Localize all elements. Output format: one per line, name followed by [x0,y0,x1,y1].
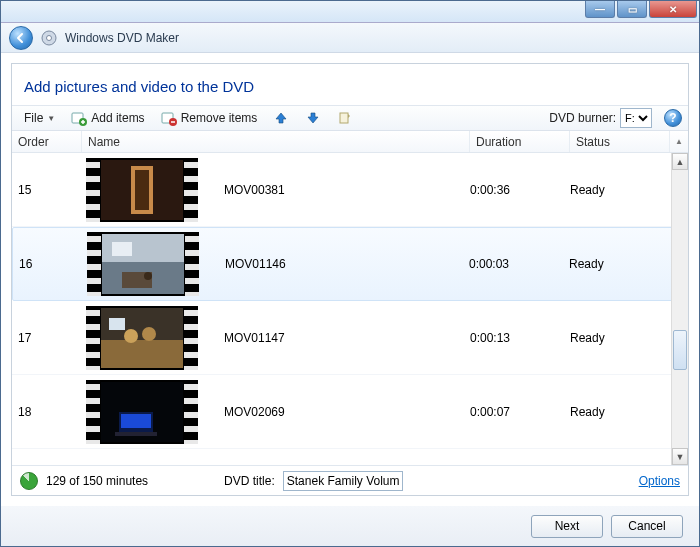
add-items-button[interactable]: Add items [65,107,150,129]
film-thumbnail [86,380,198,444]
svg-point-1 [47,35,52,40]
help-button[interactable]: ? [664,109,682,127]
dvd-burner-label: DVD burner: [549,111,616,125]
dvd-burner-select[interactable]: F: [620,108,652,128]
scroll-down-button[interactable]: ▼ [672,448,688,465]
cell-name: MOV00381 [222,183,470,197]
list-body: 15MOV003810:00:36Ready16MOV011460:00:03R… [12,153,688,465]
svg-rect-16 [101,340,183,368]
film-thumbnail [86,306,198,370]
svg-rect-19 [109,318,125,330]
scroll-thumb[interactable] [673,330,687,370]
cell-thumbnail [83,232,223,296]
app-icon [41,30,57,46]
svg-rect-12 [112,242,132,256]
content-panel: Add pictures and video to the DVD File ▼… [11,63,689,496]
list-row[interactable]: 17MOV011470:00:13Ready [12,301,688,375]
cell-order: 16 [13,257,83,271]
list-header: Order Name Duration Status ▲ [12,131,688,153]
options-link[interactable]: Options [639,474,680,488]
file-menu-label: File [24,111,43,125]
remove-items-button[interactable]: Remove items [155,107,264,129]
remove-items-label: Remove items [181,111,258,125]
maximize-button[interactable]: ▭ [617,1,647,18]
remove-items-icon [161,110,177,126]
cell-order: 17 [12,331,82,345]
cell-status: Ready [570,331,670,345]
cell-status: Ready [570,405,670,419]
cell-thumbnail [82,380,222,444]
back-arrow-icon [15,32,27,44]
titlebar: — ▭ ✕ [1,1,699,23]
column-header-name[interactable]: Name [82,131,470,152]
arrow-up-icon [273,110,289,126]
svg-rect-9 [135,170,149,210]
scroll-track[interactable] [672,170,688,448]
cell-status: Ready [570,183,670,197]
page-heading: Add pictures and video to the DVD [12,64,688,105]
cell-thumbnail [82,306,222,370]
svg-rect-23 [115,432,157,436]
cell-name: MOV02069 [222,405,470,419]
cell-status: Ready [569,257,669,271]
list-row[interactable]: 15MOV003810:00:36Ready [12,153,688,227]
minimize-button[interactable]: — [585,1,615,18]
cell-thumbnail [82,158,222,222]
help-icon: ? [669,111,676,125]
close-button[interactable]: ✕ [649,1,697,18]
properties-icon [337,110,353,126]
chevron-down-icon: ▼ [47,114,55,123]
list-row[interactable]: 16MOV011460:00:03Ready [12,227,688,301]
column-header-duration[interactable]: Duration [470,131,570,152]
button-row: Next Cancel [1,506,699,546]
next-button[interactable]: Next [531,515,603,538]
file-menu[interactable]: File ▼ [18,108,61,128]
dvd-title-label: DVD title: [224,474,275,488]
cell-duration: 0:00:07 [470,405,570,419]
add-items-icon [71,110,87,126]
dvd-title-input[interactable] [283,471,403,491]
list-row[interactable]: 18MOV020690:00:07Ready [12,375,688,449]
scroll-up-button[interactable]: ▲ [672,153,688,170]
film-thumbnail [87,232,199,296]
move-up-button[interactable] [267,107,295,129]
cell-order: 15 [12,183,82,197]
film-thumbnail [86,158,198,222]
info-row: 129 of 150 minutes DVD title: Options [12,465,688,495]
toolbar: File ▼ Add items Remove items [12,105,688,131]
column-header-scroll: ▲ [670,131,688,152]
cell-duration: 0:00:03 [469,257,569,271]
cell-name: MOV01147 [222,331,470,345]
move-down-button[interactable] [299,107,327,129]
svg-point-17 [124,329,138,343]
properties-button[interactable] [331,107,359,129]
arrow-down-icon [305,110,321,126]
cell-duration: 0:00:13 [470,331,570,345]
svg-point-14 [144,272,152,280]
capacity-text: 129 of 150 minutes [46,474,148,488]
app-title: Windows DVD Maker [65,31,179,45]
cell-order: 18 [12,405,82,419]
disk-usage-icon [20,472,38,490]
column-header-status[interactable]: Status [570,131,670,152]
cell-duration: 0:00:36 [470,183,570,197]
svg-rect-22 [121,414,151,428]
cell-name: MOV01146 [223,257,469,271]
back-button[interactable] [9,26,33,50]
cancel-button[interactable]: Cancel [611,515,683,538]
vertical-scrollbar[interactable]: ▲ ▼ [671,153,688,465]
column-header-order[interactable]: Order [12,131,82,152]
nav-row: Windows DVD Maker [1,23,699,53]
window-frame: — ▭ ✕ Windows DVD Maker Add pictures and… [0,0,700,547]
svg-rect-6 [340,113,348,123]
add-items-label: Add items [91,111,144,125]
svg-point-18 [142,327,156,341]
